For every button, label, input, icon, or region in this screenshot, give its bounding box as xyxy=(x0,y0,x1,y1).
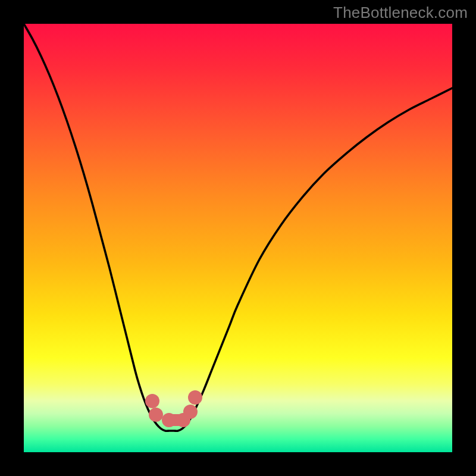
watermark-text: TheBottleneck.com xyxy=(333,4,468,22)
plot-area xyxy=(24,24,452,452)
outer-frame: TheBottleneck.com xyxy=(0,0,476,476)
heat-gradient xyxy=(24,24,452,452)
